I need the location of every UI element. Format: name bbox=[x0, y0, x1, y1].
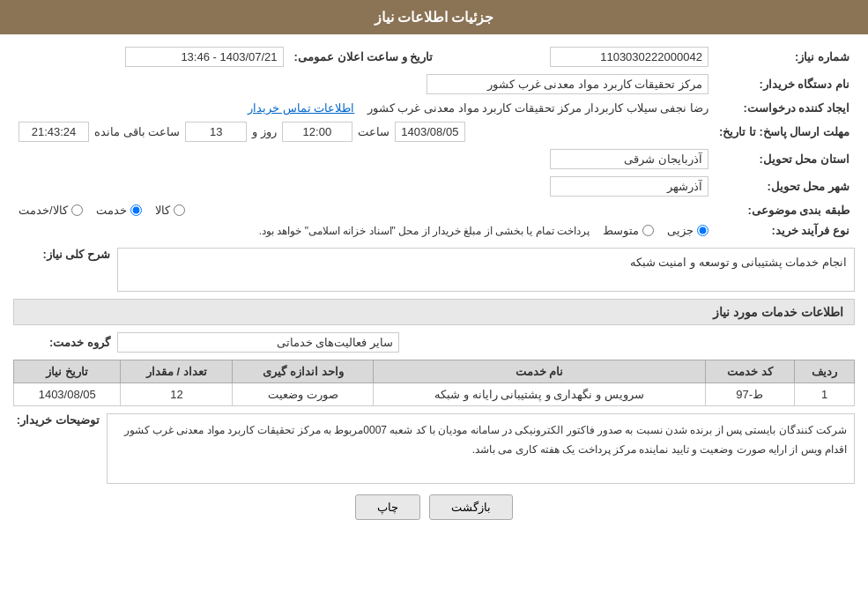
category-option-goods-service[interactable]: کالا/خدمت bbox=[19, 204, 83, 217]
col-header-unit: واحد اندازه گیری bbox=[233, 360, 374, 383]
announcement-value: 1403/07/21 - 13:46 bbox=[125, 47, 284, 67]
remaining-time-value: 21:43:24 bbox=[19, 122, 89, 142]
province-value: آذربایجان شرقی bbox=[550, 149, 708, 169]
service-group-label: گروه خدمت: bbox=[13, 336, 110, 349]
general-desc-title: شرح کلی نیاز: bbox=[13, 248, 110, 261]
cell-row: 1 bbox=[794, 383, 854, 406]
cell-unit: صورت وضعیت bbox=[233, 383, 374, 406]
deadline-label: مهلت ارسال پاسخ: تا تاریخ: bbox=[714, 118, 855, 145]
category-option-service[interactable]: خدمت bbox=[96, 204, 142, 217]
time-value: 12:00 bbox=[282, 122, 352, 142]
purchase-note: پرداخت تمام یا بخشی از مبلغ خریدار از مح… bbox=[19, 225, 590, 237]
city-label: شهر محل تحویل: bbox=[714, 173, 855, 200]
col-header-name: نام خدمت bbox=[374, 360, 705, 383]
creator-value: رضا نجفی سیلاب کاربردار مرکز تحقیقات کار… bbox=[367, 101, 708, 115]
need-number-value: 1103030222000042 bbox=[550, 47, 708, 67]
province-label: استان محل تحویل: bbox=[714, 145, 855, 173]
cell-name: سرویس و نگهداری و پشتیبانی رایانه و شبکه bbox=[374, 383, 705, 406]
city-value: آذرشهر bbox=[550, 176, 708, 197]
time-label: ساعت bbox=[358, 125, 389, 138]
purchase-option-partial[interactable]: جزیی bbox=[667, 224, 708, 237]
announcement-label: تاریخ و ساعت اعلان عمومی: bbox=[289, 43, 439, 71]
print-button[interactable]: چاپ bbox=[355, 494, 420, 520]
date-value: 1403/08/05 bbox=[395, 122, 465, 142]
need-number-label: شماره نیاز: bbox=[714, 43, 855, 71]
purchase-type-label: نوع فرآیند خرید: bbox=[714, 220, 855, 241]
col-header-code: کد خدمت bbox=[705, 360, 794, 383]
org-name-value: مرکز تحقیقات کاربرد مواد معدنی غرب کشور bbox=[427, 74, 708, 94]
general-desc-value: انجام خدمات پشتیبانی و توسعه و امنیت شبک… bbox=[117, 248, 855, 292]
purchase-option-medium[interactable]: متوسط bbox=[603, 224, 654, 237]
back-button[interactable]: بازگشت bbox=[429, 494, 513, 520]
col-header-quantity: تعداد / مقدار bbox=[121, 360, 233, 383]
cell-date: 1403/08/05 bbox=[14, 383, 121, 406]
col-header-row: ردیف bbox=[794, 360, 854, 383]
cell-quantity: 12 bbox=[121, 383, 233, 406]
services-section-title: اطلاعات خدمات مورد نیاز bbox=[13, 299, 855, 325]
org-name-label: نام دستگاه خریدار: bbox=[714, 71, 855, 98]
days-value: 13 bbox=[185, 122, 247, 142]
category-option-goods[interactable]: کالا bbox=[155, 204, 185, 217]
service-group-value: سایر فعالیت‌های خدماتی bbox=[117, 332, 399, 353]
remaining-label: ساعت باقی مانده bbox=[94, 125, 180, 138]
cell-code: ط-97 bbox=[705, 383, 794, 406]
page-title: جزئیات اطلاعات نیاز bbox=[0, 0, 868, 34]
notes-label: توضیحات خریدار: bbox=[13, 413, 100, 427]
day-label: روز و bbox=[252, 125, 277, 138]
notes-value: شرکت کنندگان بایستی پس از برنده شدن نسبت… bbox=[107, 413, 855, 484]
table-row: 1 ط-97 سرویس و نگهداری و پشتیبانی رایانه… bbox=[14, 383, 855, 406]
col-header-date: تاریخ نیاز bbox=[14, 360, 121, 383]
creator-label: ایجاد کننده درخواست: bbox=[714, 98, 855, 118]
contact-link[interactable]: اطلاعات تماس خریدار bbox=[248, 101, 354, 115]
category-label: طبقه بندی موضوعی: bbox=[714, 200, 855, 220]
